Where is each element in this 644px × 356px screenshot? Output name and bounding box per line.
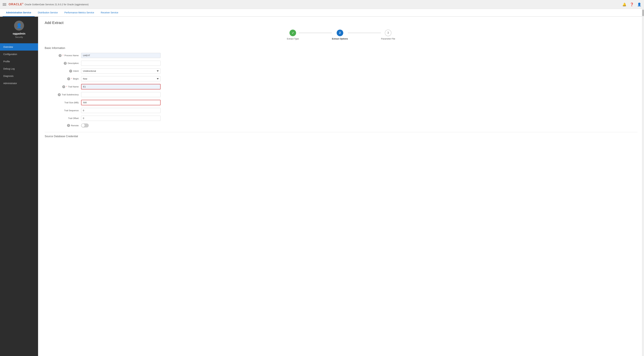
trail-subdirectory-help-icon[interactable]: ?	[58, 93, 61, 96]
trail-subdirectory-input[interactable]	[81, 92, 160, 97]
notification-icon[interactable]: 🔔	[622, 2, 626, 6]
top-icons: 🔔 ❓ 👤	[622, 2, 641, 6]
trail-offset-label: Trail Offset:	[68, 117, 79, 120]
begin-label: Begin:	[73, 77, 79, 80]
trail-name-wrapper	[81, 84, 160, 89]
step-2-label: Extract Options	[332, 37, 348, 40]
wizard-steps: ✓ Extract Type 2 Extract Options 3 Param…	[45, 30, 638, 40]
scrollbar-track[interactable]	[642, 9, 644, 356]
step-connector-1	[299, 33, 332, 33]
trail-size-input[interactable]	[82, 100, 160, 105]
trail-sequence-wrapper	[81, 108, 160, 113]
remote-label-group: ? Remote:	[45, 124, 81, 127]
sidebar-item-overview[interactable]: Overview	[0, 43, 38, 51]
step-2-circle: 2	[337, 30, 343, 36]
trail-subdirectory-wrapper	[81, 92, 160, 97]
nav-item-admin[interactable]: Administration Service	[3, 9, 34, 17]
begin-wrapper: Now Custom	[81, 76, 160, 81]
process-name-wrapper	[81, 53, 160, 58]
begin-row: ? * Begin: Now Custom	[45, 76, 160, 81]
sidebar-item-configuration[interactable]: Configuration	[0, 51, 38, 58]
avatar: 👤	[14, 21, 24, 30]
scrollbar-thumb[interactable]	[642, 9, 644, 16]
process-name-required: *	[62, 54, 64, 57]
intent-wrapper: Unidirectional Bidirectional	[81, 68, 160, 74]
sidebar-item-administrator[interactable]: Administrator	[0, 80, 38, 87]
trail-size-label-group: Trail Size (MB):	[45, 101, 81, 104]
trail-name-required: *	[66, 85, 67, 88]
help-icon[interactable]: ❓	[630, 2, 634, 6]
sidebar-item-profile[interactable]: Profile	[0, 58, 38, 65]
step-connector-2	[348, 33, 381, 33]
oracle-logo: ORACLE®	[8, 3, 24, 6]
intent-label-group: ? Intent:	[45, 70, 81, 73]
remote-help-icon[interactable]: ?	[67, 124, 70, 127]
step-2: 2 Extract Options	[332, 30, 348, 40]
intent-label: Intent:	[73, 70, 79, 72]
sidebar-item-diagnosis[interactable]: Diagnosis	[0, 72, 38, 80]
begin-required: *	[71, 77, 72, 80]
step-3-circle: 3	[385, 30, 392, 36]
trail-offset-wrapper	[81, 116, 160, 121]
section-title: Basic Information	[45, 47, 638, 50]
nav-bar: Administration Service Distribution Serv…	[0, 9, 644, 17]
trail-name-label: Trail Name:	[68, 85, 79, 88]
description-label-group: ? Description:	[45, 62, 81, 65]
process-name-label-group: ? * Process Name:	[45, 54, 81, 57]
nav-item-performance[interactable]: Performance Metrics Service	[61, 9, 98, 17]
remote-row: ? Remote:	[45, 124, 160, 127]
sidebar-item-debuglog[interactable]: Debug Log	[0, 65, 38, 72]
step-1-circle: ✓	[290, 30, 296, 36]
nav-item-receiver[interactable]: Receiver Service	[98, 9, 122, 17]
nav-item-distribution[interactable]: Distribution Service	[34, 9, 61, 17]
user-icon[interactable]: 👤	[637, 2, 641, 6]
trail-name-label-group: ? * Trail Name:	[45, 85, 81, 88]
security-label: Security	[15, 36, 23, 38]
step-1: ✓ Extract Type	[287, 30, 299, 40]
trail-sequence-row: Trail Sequence:	[45, 108, 160, 113]
sidebar: 👤 oggadmin Security Overview Configurati…	[0, 17, 38, 356]
trail-size-row: Trail Size (MB):	[45, 100, 160, 105]
process-name-input[interactable]	[81, 53, 160, 58]
username: oggadmin	[13, 32, 25, 35]
trail-offset-input[interactable]	[81, 116, 160, 121]
main-content: Add Extract ✓ Extract Type 2 Extract Opt…	[38, 17, 644, 356]
trail-sequence-label-group: Trail Sequence:	[45, 109, 81, 112]
intent-select[interactable]: Unidirectional Bidirectional	[81, 68, 160, 74]
trail-size-label: Trail Size (MB):	[64, 101, 79, 104]
description-row: ? Description:	[45, 61, 160, 66]
top-bar: ORACLE® Oracle GoldenGate Services 21.9.…	[0, 0, 644, 9]
trail-name-input[interactable]	[82, 84, 160, 89]
remote-label: Remote:	[71, 124, 79, 127]
trail-name-row: ? * Trail Name:	[45, 84, 160, 89]
process-name-label: Process Name:	[64, 54, 79, 57]
begin-label-group: ? * Begin:	[45, 77, 81, 80]
description-label: Description:	[68, 62, 79, 64]
app-title: Oracle GoldenGate Services 21.9.0.2 for …	[24, 3, 622, 6]
process-name-row: ? * Process Name:	[45, 53, 160, 58]
step-3-label: Parameter File	[381, 37, 395, 40]
trail-subdirectory-label: Trail Subdirectory:	[62, 93, 79, 96]
toggle-knob	[82, 124, 85, 127]
source-db-credential-title: Source Database Credential	[45, 135, 638, 138]
step-1-label: Extract Type	[287, 37, 299, 40]
description-input[interactable]	[81, 61, 160, 66]
trail-size-wrapper	[81, 100, 160, 105]
step-3: 3 Parameter File	[381, 30, 395, 40]
intent-help-icon[interactable]: ?	[69, 70, 72, 73]
remote-toggle[interactable]	[81, 124, 89, 127]
layout: 👤 oggadmin Security Overview Configurati…	[0, 17, 644, 356]
trail-offset-label-group: Trail Offset:	[45, 117, 81, 120]
trail-name-help-icon[interactable]: ?	[62, 85, 65, 88]
trail-sequence-input[interactable]	[81, 108, 160, 113]
description-help-icon[interactable]: ?	[64, 62, 67, 65]
sidebar-nav: Overview Configuration Profile Debug Log…	[0, 43, 38, 87]
hamburger-menu[interactable]	[3, 3, 6, 6]
begin-help-icon[interactable]: ?	[67, 77, 70, 80]
begin-select[interactable]: Now Custom	[81, 76, 160, 81]
process-name-help-icon[interactable]: ?	[58, 54, 62, 57]
trail-subdirectory-row: ? Trail Subdirectory:	[45, 92, 160, 97]
trail-subdirectory-label-group: ? Trail Subdirectory:	[45, 93, 81, 96]
intent-row: ? Intent: Unidirectional Bidirectional	[45, 68, 160, 74]
page-title: Add Extract	[45, 21, 638, 25]
